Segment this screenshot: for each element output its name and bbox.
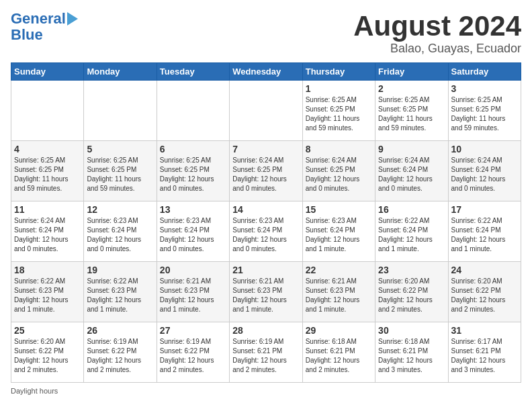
day-number: 4 (14, 144, 81, 154)
week-row-3: 11Sunrise: 6:24 AM Sunset: 6:24 PM Dayli… (11, 201, 521, 262)
week-row-4: 18Sunrise: 6:22 AM Sunset: 6:23 PM Dayli… (11, 262, 521, 322)
calendar-cell: 30Sunrise: 6:18 AM Sunset: 6:21 PM Dayli… (375, 322, 448, 383)
calendar-cell: 11Sunrise: 6:24 AM Sunset: 6:24 PM Dayli… (11, 201, 84, 262)
calendar-cell: 5Sunrise: 6:25 AM Sunset: 6:25 PM Daylig… (84, 141, 157, 201)
day-number: 29 (306, 325, 372, 336)
day-info: Sunrise: 6:19 AM Sunset: 6:22 PM Dayligh… (160, 337, 226, 375)
calendar-cell: 28Sunrise: 6:19 AM Sunset: 6:21 PM Dayli… (230, 322, 302, 383)
day-number: 14 (232, 204, 299, 215)
day-number: 27 (160, 325, 226, 336)
calendar-cell: 23Sunrise: 6:20 AM Sunset: 6:22 PM Dayli… (375, 262, 448, 322)
day-number: 30 (378, 325, 445, 336)
week-row-5: 25Sunrise: 6:20 AM Sunset: 6:22 PM Dayli… (11, 322, 521, 383)
day-info: Sunrise: 6:25 AM Sunset: 6:25 PM Dayligh… (87, 156, 153, 193)
header-day-friday: Friday (375, 63, 448, 81)
calendar-cell: 8Sunrise: 6:24 AM Sunset: 6:25 PM Daylig… (302, 141, 375, 201)
day-number: 12 (87, 204, 153, 215)
footer-note: Daylight hours (11, 387, 521, 395)
calendar-cell: 16Sunrise: 6:22 AM Sunset: 6:24 PM Dayli… (375, 201, 448, 262)
day-info: Sunrise: 6:21 AM Sunset: 6:23 PM Dayligh… (306, 277, 372, 314)
day-number: 19 (87, 265, 153, 275)
day-number: 6 (160, 144, 226, 154)
day-info: Sunrise: 6:22 AM Sunset: 6:23 PM Dayligh… (87, 277, 153, 314)
calendar-cell: 9Sunrise: 6:24 AM Sunset: 6:24 PM Daylig… (375, 141, 448, 201)
calendar-cell (230, 81, 302, 141)
logo: General Blue (11, 11, 78, 43)
calendar-cell: 17Sunrise: 6:22 AM Sunset: 6:24 PM Dayli… (448, 201, 521, 262)
day-info: Sunrise: 6:20 AM Sunset: 6:22 PM Dayligh… (14, 337, 81, 375)
day-number: 25 (14, 325, 81, 336)
day-number: 3 (451, 83, 518, 94)
location-title: Balao, Guayas, Ecuador (353, 42, 521, 56)
day-info: Sunrise: 6:22 AM Sunset: 6:23 PM Dayligh… (14, 277, 81, 314)
day-info: Sunrise: 6:18 AM Sunset: 6:21 PM Dayligh… (306, 337, 372, 375)
calendar-cell: 27Sunrise: 6:19 AM Sunset: 6:22 PM Dayli… (157, 322, 229, 383)
day-info: Sunrise: 6:21 AM Sunset: 6:23 PM Dayligh… (160, 277, 226, 314)
day-number: 5 (87, 144, 153, 154)
day-number: 31 (451, 325, 518, 336)
day-number: 8 (306, 144, 372, 154)
calendar-cell: 2Sunrise: 6:25 AM Sunset: 6:25 PM Daylig… (375, 81, 448, 141)
calendar-cell: 13Sunrise: 6:23 AM Sunset: 6:24 PM Dayli… (157, 201, 229, 262)
week-row-1: 1Sunrise: 6:25 AM Sunset: 6:25 PM Daylig… (11, 81, 521, 141)
header-day-monday: Monday (84, 63, 157, 81)
day-number: 22 (306, 265, 372, 275)
day-number: 9 (378, 144, 445, 154)
calendar-cell (11, 81, 84, 141)
calendar-cell: 29Sunrise: 6:18 AM Sunset: 6:21 PM Dayli… (302, 322, 375, 383)
day-info: Sunrise: 6:21 AM Sunset: 6:23 PM Dayligh… (232, 277, 299, 314)
logo-text: General (11, 11, 66, 27)
day-number: 17 (451, 204, 518, 215)
day-info: Sunrise: 6:24 AM Sunset: 6:24 PM Dayligh… (14, 216, 81, 254)
day-info: Sunrise: 6:24 AM Sunset: 6:24 PM Dayligh… (451, 156, 518, 193)
day-info: Sunrise: 6:24 AM Sunset: 6:25 PM Dayligh… (306, 156, 372, 193)
logo-text2: Blue (11, 27, 43, 43)
calendar-cell: 12Sunrise: 6:23 AM Sunset: 6:24 PM Dayli… (84, 201, 157, 262)
calendar-cell: 7Sunrise: 6:24 AM Sunset: 6:25 PM Daylig… (230, 141, 302, 201)
day-number: 15 (306, 204, 372, 215)
calendar-cell: 18Sunrise: 6:22 AM Sunset: 6:23 PM Dayli… (11, 262, 84, 322)
calendar-cell: 6Sunrise: 6:25 AM Sunset: 6:25 PM Daylig… (157, 141, 229, 201)
header-day-tuesday: Tuesday (157, 63, 229, 81)
day-info: Sunrise: 6:23 AM Sunset: 6:24 PM Dayligh… (306, 216, 372, 254)
calendar-cell: 10Sunrise: 6:24 AM Sunset: 6:24 PM Dayli… (448, 141, 521, 201)
day-number: 23 (378, 265, 445, 275)
day-info: Sunrise: 6:18 AM Sunset: 6:21 PM Dayligh… (378, 337, 445, 375)
calendar-cell: 25Sunrise: 6:20 AM Sunset: 6:22 PM Dayli… (11, 322, 84, 383)
calendar-cell: 21Sunrise: 6:21 AM Sunset: 6:23 PM Dayli… (230, 262, 302, 322)
calendar-header-row: SundayMondayTuesdayWednesdayThursdayFrid… (11, 63, 521, 81)
day-info: Sunrise: 6:25 AM Sunset: 6:25 PM Dayligh… (451, 95, 518, 133)
calendar-cell: 15Sunrise: 6:23 AM Sunset: 6:24 PM Dayli… (302, 201, 375, 262)
day-number: 11 (14, 204, 81, 215)
day-number: 26 (87, 325, 153, 336)
calendar-cell: 1Sunrise: 6:25 AM Sunset: 6:25 PM Daylig… (302, 81, 375, 141)
week-row-2: 4Sunrise: 6:25 AM Sunset: 6:25 PM Daylig… (11, 141, 521, 201)
day-info: Sunrise: 6:25 AM Sunset: 6:25 PM Dayligh… (14, 156, 81, 193)
calendar-cell: 31Sunrise: 6:17 AM Sunset: 6:21 PM Dayli… (448, 322, 521, 383)
day-info: Sunrise: 6:25 AM Sunset: 6:25 PM Dayligh… (378, 95, 445, 133)
day-info: Sunrise: 6:23 AM Sunset: 6:24 PM Dayligh… (87, 216, 153, 254)
logo-arrow-icon (67, 12, 78, 26)
day-info: Sunrise: 6:17 AM Sunset: 6:21 PM Dayligh… (451, 337, 518, 375)
calendar-cell: 3Sunrise: 6:25 AM Sunset: 6:25 PM Daylig… (448, 81, 521, 141)
title-area: August 2024 Balao, Guayas, Ecuador (353, 11, 521, 56)
calendar-cell: 22Sunrise: 6:21 AM Sunset: 6:23 PM Dayli… (302, 262, 375, 322)
calendar-cell: 4Sunrise: 6:25 AM Sunset: 6:25 PM Daylig… (11, 141, 84, 201)
month-title: August 2024 (353, 11, 521, 42)
day-info: Sunrise: 6:20 AM Sunset: 6:22 PM Dayligh… (378, 277, 445, 314)
day-info: Sunrise: 6:24 AM Sunset: 6:25 PM Dayligh… (232, 156, 299, 193)
calendar-cell: 24Sunrise: 6:20 AM Sunset: 6:22 PM Dayli… (448, 262, 521, 322)
calendar-cell: 19Sunrise: 6:22 AM Sunset: 6:23 PM Dayli… (84, 262, 157, 322)
day-info: Sunrise: 6:22 AM Sunset: 6:24 PM Dayligh… (378, 216, 445, 254)
day-number: 10 (451, 144, 518, 154)
day-number: 2 (378, 83, 445, 94)
day-info: Sunrise: 6:22 AM Sunset: 6:24 PM Dayligh… (451, 216, 518, 254)
day-info: Sunrise: 6:25 AM Sunset: 6:25 PM Dayligh… (306, 95, 372, 133)
day-info: Sunrise: 6:25 AM Sunset: 6:25 PM Dayligh… (160, 156, 226, 193)
day-info: Sunrise: 6:23 AM Sunset: 6:24 PM Dayligh… (232, 216, 299, 254)
day-number: 24 (451, 265, 518, 275)
day-number: 18 (14, 265, 81, 275)
header-day-saturday: Saturday (448, 63, 521, 81)
day-info: Sunrise: 6:19 AM Sunset: 6:22 PM Dayligh… (87, 337, 153, 375)
day-number: 28 (232, 325, 299, 336)
